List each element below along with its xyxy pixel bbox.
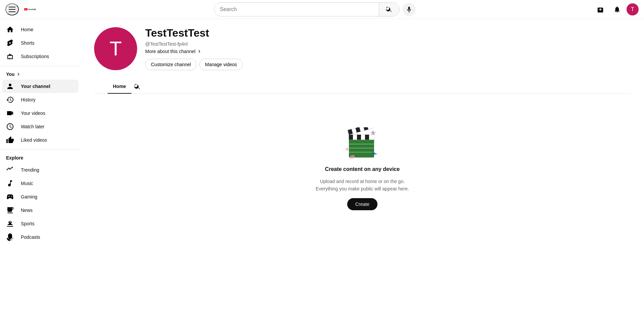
main-content: T TestTestTest @TestTestTest-fp4nl More … (81, 19, 644, 228)
trending-icon (6, 166, 14, 174)
sidebar-item-subscriptions[interactable]: Subscriptions (2, 50, 79, 63)
sidebar-you-section[interactable]: You (0, 69, 81, 80)
create-button[interactable]: Create (347, 198, 377, 210)
sidebar-label-shorts: Shorts (21, 40, 34, 46)
manage-videos-button[interactable]: Manage videos (199, 59, 243, 70)
create-video-button[interactable] (594, 3, 608, 16)
sidebar-divider-2 (0, 149, 81, 150)
header: YouTube ZA T (0, 0, 644, 19)
history-icon (6, 96, 14, 104)
sidebar-item-music[interactable]: Music (2, 177, 79, 190)
channel-tabs: Home (94, 80, 631, 94)
liked-icon (6, 136, 14, 144)
svg-rect-9 (349, 135, 353, 140)
sidebar-explore-section: Explore (0, 152, 81, 163)
sidebar-label-gaming: Gaming (21, 194, 37, 199)
sidebar-label-history: History (21, 97, 36, 102)
svg-marker-18 (372, 151, 377, 155)
sidebar-label-your-channel: Your channel (21, 84, 50, 89)
sidebar-label-subscriptions: Subscriptions (21, 54, 49, 59)
sidebar-label-news: News (21, 208, 33, 213)
sidebar-label-liked-videos: Liked videos (21, 137, 47, 143)
sidebar-label-home: Home (21, 27, 33, 32)
search-bar (214, 2, 400, 16)
channel-header: T TestTestTest @TestTestTest-fp4nl More … (81, 19, 644, 94)
svg-rect-11 (365, 135, 369, 140)
tab-search-button[interactable] (131, 81, 144, 93)
content-area: Create content on any device Upload and … (81, 94, 644, 228)
sidebar-label-watch-later: Watch later (21, 124, 44, 129)
notifications-button[interactable] (610, 3, 624, 16)
search-icon (134, 83, 141, 90)
sidebar-item-liked-videos[interactable]: Liked videos (2, 133, 79, 147)
you-label: You (6, 72, 14, 77)
sidebar-label-trending: Trending (21, 167, 39, 173)
header-center (214, 2, 416, 16)
mic-icon (406, 6, 412, 13)
empty-state-title: Create content on any device (325, 166, 400, 172)
search-icon (386, 6, 393, 13)
tab-home[interactable]: Home (108, 80, 131, 94)
sidebar-item-watch-later[interactable]: Watch later (2, 120, 79, 133)
watch-later-icon (6, 123, 14, 131)
header-left: YouTube ZA (5, 3, 36, 15)
news-icon (6, 206, 14, 214)
account-icon (6, 82, 14, 90)
sidebar-item-home[interactable]: Home (2, 23, 79, 36)
video-icon (6, 109, 14, 117)
empty-state-description: Upload and record at home or on the go. … (316, 178, 409, 193)
sports-icon (6, 220, 14, 228)
channel-avatar: T (94, 27, 137, 70)
header-right: T (594, 3, 639, 16)
svg-text:ZA: ZA (34, 8, 36, 9)
search-input[interactable] (214, 4, 379, 15)
sidebar: Home Shorts Subscriptions You Your chann… (0, 19, 81, 228)
sidebar-label-sports: Sports (21, 221, 34, 226)
youtube-logo-icon: YouTube ZA (24, 5, 36, 13)
mic-button[interactable] (402, 3, 416, 16)
sidebar-label-music: Music (21, 181, 33, 186)
youtube-logo[interactable]: YouTube ZA (24, 5, 36, 13)
sidebar-label-your-videos: Your videos (21, 110, 45, 116)
hamburger-menu[interactable] (5, 3, 19, 15)
bell-icon (613, 6, 621, 13)
more-about-channel-link[interactable]: More about this channel (145, 49, 243, 54)
chevron-right-icon (16, 72, 21, 77)
sidebar-item-trending[interactable]: Trending (2, 163, 79, 177)
channel-name: TestTestTest (145, 27, 243, 39)
shorts-icon (6, 39, 14, 47)
user-avatar-button[interactable]: T (627, 3, 639, 15)
sidebar-item-sports[interactable]: Sports (2, 217, 79, 228)
gaming-icon (6, 193, 14, 201)
search-button[interactable] (379, 3, 399, 16)
chevron-right-icon (197, 49, 202, 54)
sidebar-item-news[interactable]: News (2, 204, 79, 217)
sidebar-item-shorts[interactable]: Shorts (2, 36, 79, 50)
subscriptions-icon (6, 52, 14, 60)
empty-state: Create content on any device Upload and … (316, 127, 409, 210)
sidebar-item-history[interactable]: History (2, 93, 79, 106)
channel-handle: @TestTestTest-fp4nl (145, 41, 243, 47)
customize-channel-button[interactable]: Customize channel (145, 59, 197, 70)
music-icon (6, 179, 14, 187)
sidebar-item-your-channel[interactable]: Your channel (2, 80, 79, 93)
channel-info: T TestTestTest @TestTestTest-fp4nl More … (94, 27, 631, 76)
home-icon (6, 26, 14, 34)
create-video-icon (597, 6, 605, 13)
sidebar-item-your-videos[interactable]: Your videos (2, 106, 79, 120)
channel-actions: Customize channel Manage videos (145, 59, 243, 70)
svg-rect-10 (357, 135, 361, 140)
sidebar-item-gaming[interactable]: Gaming (2, 190, 79, 204)
channel-details: TestTestTest @TestTestTest-fp4nl More ab… (145, 27, 243, 70)
sidebar-divider-1 (0, 66, 81, 66)
empty-state-illustration (342, 127, 383, 161)
